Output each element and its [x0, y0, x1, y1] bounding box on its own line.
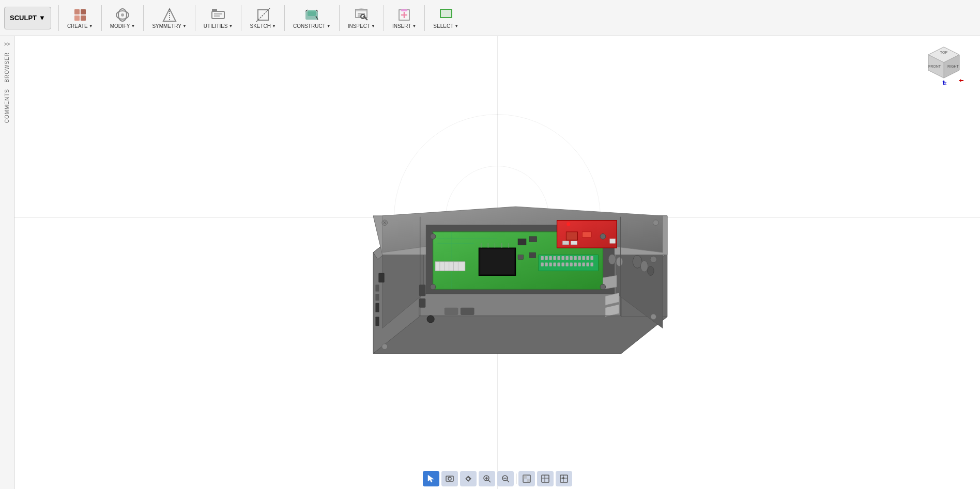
svg-rect-82: [578, 262, 580, 266]
svg-rect-160: [542, 475, 549, 482]
svg-rect-83: [582, 262, 585, 266]
svg-marker-147: [428, 475, 434, 482]
select-group[interactable]: SELECT ▼: [428, 2, 464, 35]
svg-rect-134: [379, 273, 385, 282]
svg-point-119: [653, 219, 659, 225]
svg-point-166: [562, 477, 564, 479]
svg-line-20: [316, 10, 318, 11]
construct-group[interactable]: CONSTRUCT ▼: [288, 2, 336, 35]
utilities-group[interactable]: UTILITIES ▼: [198, 2, 238, 35]
sculpt-mode-button[interactable]: SCULPT ▼: [4, 7, 51, 29]
modify-label: MODIFY ▼: [110, 23, 135, 29]
svg-rect-77: [557, 262, 560, 266]
grid-display-button[interactable]: [537, 471, 554, 486]
svg-rect-115: [610, 239, 616, 243]
svg-rect-100: [518, 255, 524, 259]
svg-rect-101: [529, 253, 535, 258]
sketch-group[interactable]: SKETCH ▼: [244, 2, 281, 35]
inspect-group[interactable]: INSPECT ▼: [343, 2, 380, 35]
svg-rect-62: [549, 256, 552, 260]
display-mode-button[interactable]: [518, 471, 535, 486]
svg-point-124: [640, 261, 648, 272]
svg-text:RIGHT: RIGHT: [947, 65, 959, 68]
svg-rect-130: [461, 307, 474, 314]
svg-point-114: [616, 257, 622, 266]
select-tool-button[interactable]: [423, 471, 439, 486]
svg-point-122: [650, 256, 656, 262]
svg-rect-106: [375, 317, 379, 326]
svg-marker-23: [356, 8, 367, 11]
toolbar-separator-8: [384, 5, 384, 31]
svg-rect-73: [541, 262, 543, 266]
svg-point-109: [430, 233, 436, 239]
svg-line-151: [488, 480, 491, 482]
svg-rect-159: [527, 479, 530, 482]
svg-text:FRONT: FRONT: [928, 65, 941, 68]
svg-marker-145: [960, 79, 962, 82]
snap-grid-button[interactable]: [556, 471, 572, 486]
svg-rect-80: [570, 262, 572, 266]
zoom-fit-button[interactable]: [479, 471, 495, 486]
svg-point-110: [600, 233, 606, 239]
toolbar-separator-9: [424, 5, 425, 31]
svg-rect-60: [541, 256, 543, 260]
toolbar-separator-6: [284, 5, 285, 31]
modify-group[interactable]: MODIFY ▼: [105, 2, 141, 35]
svg-rect-1: [81, 9, 86, 14]
panel-collapse-arrows[interactable]: >>: [3, 40, 11, 48]
svg-rect-85: [590, 262, 593, 266]
svg-point-113: [608, 254, 616, 264]
svg-rect-67: [570, 256, 572, 260]
svg-point-112: [600, 284, 606, 290]
camera-tool-button[interactable]: [441, 471, 458, 486]
svg-point-120: [382, 343, 388, 349]
inspect-icon: [353, 7, 370, 23]
select-icon: [438, 7, 454, 23]
svg-rect-74: [545, 262, 547, 266]
orientation-cube[interactable]: TOP RIGHT FRONT Z: [923, 44, 964, 86]
svg-rect-108: [375, 294, 379, 301]
svg-rect-2: [74, 15, 80, 21]
model-viewport[interactable]: [14, 36, 980, 468]
svg-rect-84: [586, 262, 589, 266]
svg-rect-105: [375, 303, 379, 312]
svg-rect-31: [401, 9, 407, 11]
select-label: SELECT ▼: [433, 23, 458, 29]
viewport[interactable]: TOP RIGHT FRONT Z: [14, 36, 980, 489]
svg-rect-18: [308, 10, 316, 16]
toolbar-separator-1: [58, 5, 59, 31]
svg-rect-63: [553, 256, 556, 260]
symmetry-label: SYMMETRY ▼: [152, 23, 186, 29]
bottom-separator-1: [516, 474, 516, 484]
svg-rect-99: [529, 236, 537, 242]
create-group[interactable]: CREATE ▼: [62, 2, 98, 35]
orbit-tool-button[interactable]: [460, 471, 477, 486]
svg-rect-33: [440, 9, 452, 18]
inspect-label: INSPECT ▼: [348, 23, 375, 29]
symmetry-group[interactable]: SYMMETRY ▼: [147, 2, 191, 35]
svg-rect-64: [557, 256, 560, 260]
comments-label[interactable]: COMMENTS: [4, 87, 10, 125]
insert-group[interactable]: INSERT ▼: [387, 2, 421, 35]
svg-text:TOP: TOP: [940, 51, 948, 54]
toolbar-separator-4: [195, 5, 195, 31]
create-label: CREATE ▼: [67, 23, 93, 29]
zoom-out-button[interactable]: [497, 471, 514, 486]
svg-rect-88: [582, 232, 591, 238]
bottom-toolbar: [14, 468, 980, 489]
svg-rect-78: [561, 262, 564, 266]
insert-label: INSERT ▼: [392, 23, 416, 29]
svg-marker-53: [480, 249, 514, 274]
svg-rect-79: [565, 262, 568, 266]
svg-rect-76: [553, 262, 556, 266]
browser-label[interactable]: BROWSER: [4, 50, 10, 85]
sculpt-label: SCULPT: [10, 14, 37, 22]
svg-line-19: [305, 10, 308, 11]
svg-point-149: [448, 477, 451, 480]
3d-model-svg: [290, 92, 704, 413]
svg-line-155: [507, 480, 509, 482]
svg-rect-81: [574, 262, 576, 266]
svg-rect-90: [562, 241, 569, 244]
svg-rect-75: [549, 262, 552, 266]
insert-icon: [396, 7, 412, 23]
